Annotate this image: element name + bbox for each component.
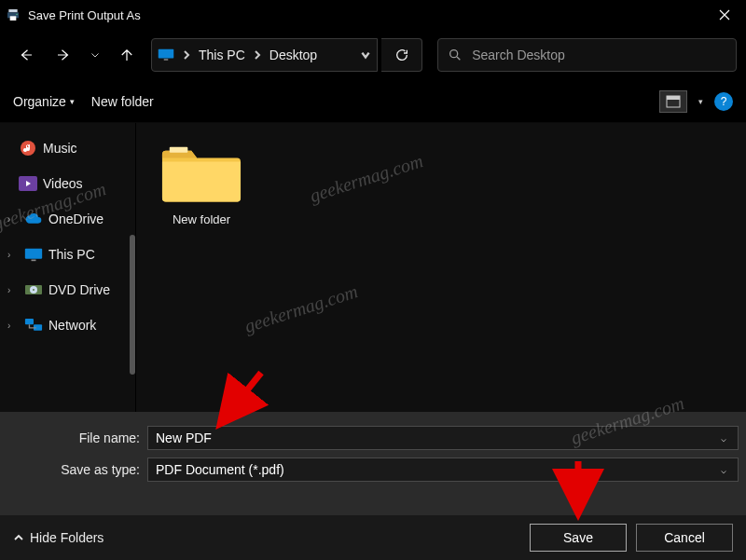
filename-value: New PDF <box>156 430 717 445</box>
sidebar-item-network[interactable]: › Network <box>0 307 135 343</box>
sidebar-item-label: Music <box>43 141 77 156</box>
chevron-right-icon <box>251 50 264 60</box>
chevron-right-icon: › <box>7 214 19 225</box>
svg-rect-12 <box>32 259 36 261</box>
svg-rect-16 <box>25 319 34 324</box>
view-options-button[interactable] <box>659 90 687 113</box>
back-button[interactable] <box>9 38 43 72</box>
svg-rect-8 <box>667 96 680 100</box>
svg-rect-2 <box>10 16 17 20</box>
save-button[interactable]: Save <box>530 524 627 552</box>
search-input[interactable]: Search Desktop <box>437 38 737 72</box>
sidebar-item-label: Videos <box>43 176 83 191</box>
breadcrumb[interactable]: This PC Desktop <box>151 38 378 72</box>
saveastype-value: PDF Document (*.pdf) <box>156 462 717 477</box>
file-list[interactable]: New folder <box>136 123 746 412</box>
svg-rect-11 <box>25 248 42 258</box>
svg-rect-5 <box>164 59 169 61</box>
sidebar-item-this-pc[interactable]: › This PC <box>0 237 135 272</box>
network-icon <box>24 318 43 333</box>
sidebar-item-label: Network <box>48 318 96 333</box>
close-button[interactable] <box>703 0 746 30</box>
chevron-right-icon: › <box>7 285 19 295</box>
filename-label: File name: <box>7 430 147 445</box>
folder-icon <box>160 138 242 205</box>
up-button[interactable] <box>110 38 144 72</box>
cloud-icon <box>24 212 43 226</box>
folder-item[interactable]: New folder <box>155 138 248 226</box>
crumb-this-pc[interactable]: This PC <box>193 48 251 62</box>
saveastype-label: Save as type: <box>7 462 147 477</box>
filename-input[interactable]: New PDF ⌵ <box>147 426 739 450</box>
save-form: File name: New PDF ⌵ Save as type: PDF D… <box>0 412 746 516</box>
search-icon <box>448 48 463 62</box>
svg-point-6 <box>450 50 458 58</box>
printer-icon <box>6 7 21 22</box>
sidebar-item-label: OneDrive <box>48 212 104 226</box>
forward-button[interactable] <box>47 38 80 72</box>
main-area: Music Videos › OneDrive › This PC › DVD … <box>0 123 746 412</box>
disc-icon <box>24 282 43 297</box>
search-placeholder: Search Desktop <box>472 48 565 62</box>
monitor-icon <box>158 48 174 61</box>
svg-rect-0 <box>8 9 17 12</box>
folder-label: New folder <box>155 212 248 226</box>
help-button[interactable]: ? <box>714 92 733 111</box>
new-folder-button[interactable]: New folder <box>91 94 154 109</box>
toolbar: Organize▾ New folder ▾ ? <box>0 80 746 123</box>
sidebar-item-label: DVD Drive <box>48 282 110 297</box>
sidebar: Music Videos › OneDrive › This PC › DVD … <box>0 123 136 412</box>
sidebar-item-dvd-drive[interactable]: › DVD Drive <box>0 272 135 307</box>
breadcrumb-dropdown[interactable] <box>323 49 371 61</box>
crumb-desktop[interactable]: Desktop <box>264 48 323 62</box>
chevron-up-icon <box>13 532 24 543</box>
organize-menu[interactable]: Organize▾ <box>13 94 75 109</box>
svg-point-15 <box>33 289 35 291</box>
sidebar-scrollbar[interactable] <box>130 235 135 375</box>
svg-rect-18 <box>170 147 188 153</box>
chevron-down-icon[interactable]: ⌵ <box>717 465 730 475</box>
chevron-right-icon: › <box>7 321 19 331</box>
title-bar: Save Print Output As <box>0 0 746 30</box>
nav-bar: This PC Desktop Search Desktop <box>0 30 746 80</box>
view-caret-icon[interactable]: ▾ <box>698 97 703 106</box>
recent-locations-button[interactable] <box>84 38 106 72</box>
chevron-down-icon[interactable]: ⌵ <box>717 433 730 444</box>
video-icon <box>19 176 37 191</box>
window-title: Save Print Output As <box>28 8 141 22</box>
hide-folders-button[interactable]: Hide Folders <box>13 530 104 545</box>
music-icon <box>19 141 37 156</box>
refresh-button[interactable] <box>381 38 422 72</box>
cancel-button[interactable]: Cancel <box>636 524 733 552</box>
sidebar-item-music[interactable]: Music <box>0 130 135 166</box>
chevron-right-icon: › <box>7 250 19 260</box>
sidebar-item-onedrive[interactable]: › OneDrive <box>0 201 135 237</box>
monitor-icon <box>24 247 43 262</box>
footer: Hide Folders Save Cancel <box>0 515 746 560</box>
chevron-right-icon <box>180 50 193 60</box>
saveastype-select[interactable]: PDF Document (*.pdf) ⌵ <box>147 458 739 482</box>
svg-point-3 <box>16 14 17 15</box>
sidebar-item-videos[interactable]: Videos <box>0 166 135 201</box>
sidebar-item-label: This PC <box>48 247 95 262</box>
svg-rect-4 <box>159 49 174 59</box>
